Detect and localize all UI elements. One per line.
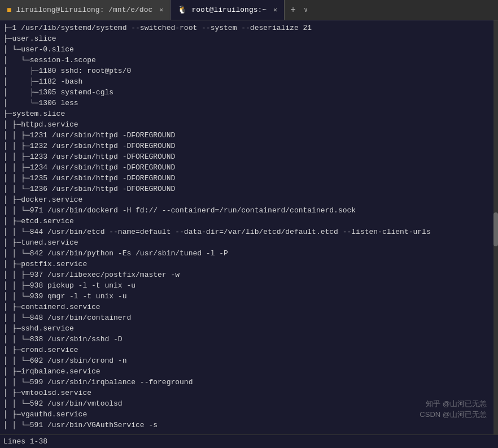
- tab-close-1[interactable]: ✕: [159, 6, 163, 14]
- tab-liruilong[interactable]: ■ liruilong@Liruilong: /mnt/e/doc ✕: [0, 0, 171, 20]
- tab-close-2[interactable]: ✕: [273, 6, 277, 14]
- tab-bar: ■ liruilong@Liruilong: /mnt/e/doc ✕ 🐧 ro…: [0, 0, 498, 20]
- terminal-output: ├─1 /usr/lib/systemd/systemd --switched-…: [3, 23, 495, 430]
- status-text: Lines 1-38: [3, 437, 47, 446]
- terminal-area[interactable]: ├─1 /usr/lib/systemd/systemd --switched-…: [0, 20, 498, 448]
- terminal-blue-icon: 🐧: [177, 5, 187, 15]
- terminal-orange-icon: ■: [7, 6, 11, 15]
- scrollbar-thumb[interactable]: [493, 212, 498, 246]
- scrollbar[interactable]: [493, 20, 498, 448]
- tab-label-2: root@liruilongs:~: [191, 6, 267, 14]
- tab-root[interactable]: 🐧 root@liruilongs:~ ✕: [171, 0, 285, 20]
- tab-chevron-icon[interactable]: ∨: [302, 6, 310, 14]
- status-bar: Lines 1-38: [0, 434, 498, 448]
- new-tab-button[interactable]: +: [285, 5, 302, 15]
- tab-label-1: liruilong@Liruilong: /mnt/e/doc: [16, 6, 152, 14]
